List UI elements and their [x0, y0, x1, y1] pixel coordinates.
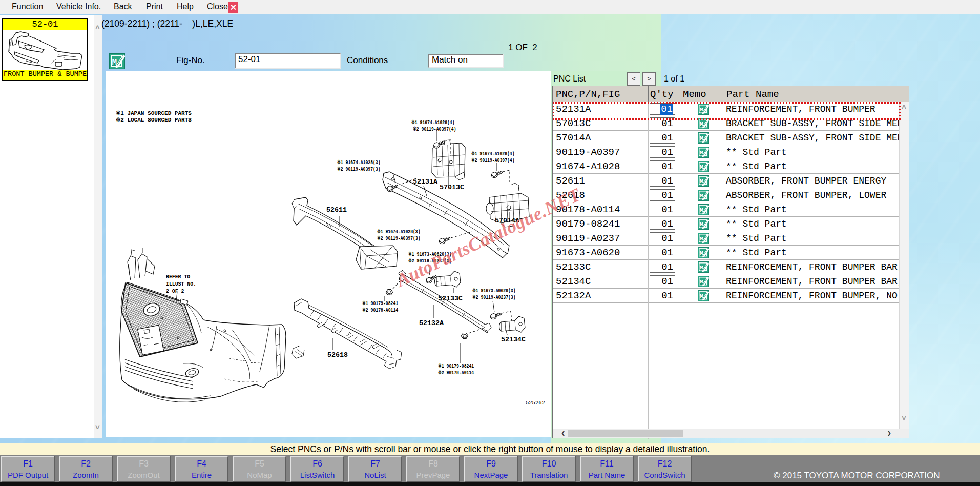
- svg-text:※1 91674-A1028(4): ※1 91674-A1028(4): [471, 151, 515, 157]
- svg-text:※2 LOCAL SOURCED PARTS: ※2 LOCAL SOURCED PARTS: [116, 117, 192, 123]
- svg-text:52132A: 52132A: [419, 319, 444, 327]
- svg-text:52131A: 52131A: [413, 178, 438, 186]
- svg-text:52133C: 52133C: [438, 295, 463, 302]
- svg-text:57013C: 57013C: [440, 184, 464, 191]
- svg-text:※1 91673-A0620(3): ※1 91673-A0620(3): [472, 288, 516, 294]
- svg-text:※1 91674-A1028(3): ※1 91674-A1028(3): [377, 229, 421, 235]
- svg-text:※1 90179-08241: ※1 90179-08241: [438, 363, 474, 369]
- svg-text:※2 90119-A0397(3): ※2 90119-A0397(3): [377, 235, 421, 241]
- svg-text:※1 90179-08241: ※1 90179-08241: [362, 300, 398, 307]
- svg-text:525262: 525262: [526, 400, 545, 406]
- svg-text:※2 90119-A0397(4): ※2 90119-A0397(4): [471, 157, 515, 164]
- svg-text:REFER TO: REFER TO: [166, 274, 191, 280]
- svg-text:52611: 52611: [326, 206, 347, 214]
- svg-text:ILLUST NO.: ILLUST NO.: [166, 281, 196, 287]
- svg-text:52618: 52618: [327, 351, 348, 359]
- svg-text:52134C: 52134C: [501, 336, 526, 343]
- svg-text:2 OF 2: 2 OF 2: [166, 288, 184, 294]
- svg-text:※1 JAPAN SOURCED PARTS: ※1 JAPAN SOURCED PARTS: [116, 110, 192, 116]
- svg-text:※2 90119-A0397(3): ※2 90119-A0397(3): [337, 166, 381, 172]
- svg-text:※1 91674-A1028(4): ※1 91674-A1028(4): [411, 119, 455, 126]
- svg-text:※2 90178-A0114: ※2 90178-A0114: [362, 307, 398, 313]
- svg-text:※2 90119-A0237(3): ※2 90119-A0237(3): [472, 294, 516, 300]
- svg-text:※2 90178-A0114: ※2 90178-A0114: [438, 370, 474, 376]
- svg-text:※2 90119-A0397(4): ※2 90119-A0397(4): [413, 126, 456, 132]
- svg-text:※1 91674-A1028(3): ※1 91674-A1028(3): [337, 159, 381, 166]
